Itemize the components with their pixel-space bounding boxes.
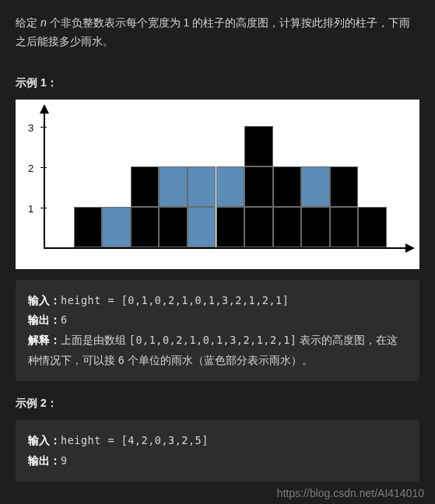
bar-cell [330,166,359,207]
bar-cell [244,166,273,207]
desc-text: 给定 [16,16,40,29]
example2-block: 输入：height = [4,2,0,3,2,5] 输出：9 [16,420,419,481]
bar-cell [273,166,302,207]
bar-cell [131,207,160,247]
example2-heading: 示例 2： [16,397,419,411]
input-value: height = [4,2,0,3,2,5] [61,434,209,446]
bar-cell [74,207,103,247]
bar-cell [131,166,160,207]
desc-text-2: 个非负整数表示每个宽度为 1 的柱子的高度图，计算按此排列的柱子，下雨之后能接多… [16,16,410,47]
output-label: 输出： [28,455,61,467]
bar-cell [244,207,273,247]
example1-block: 输入：height = [0,1,0,2,1,0,1,3,2,1,2,1] 输出… [16,280,419,382]
bar-cell [159,207,188,247]
y-tick-2: 2 [28,163,33,174]
example1-output-line: 输出：6 [28,310,407,331]
bar-cell [301,207,330,247]
explain-text-3: 个单位的雨水（蓝色部分表示雨水）。 [125,355,313,366]
explain-label: 解释： [28,334,61,346]
water-cell [159,166,188,207]
example1-input-line: 输入：height = [0,1,0,2,1,0,1,3,2,1,2,1] [28,291,407,311]
x-axis [44,247,409,249]
bar-cell [358,207,387,247]
y-tick-1: 1 [28,203,33,215]
chart-grid [45,126,387,247]
explain-text: 上面是由数组 [61,334,129,346]
water-cell [301,166,330,207]
example2-input-line: 输入：height = [4,2,0,3,2,5] [28,431,407,451]
variable-n: n [40,16,47,29]
water-cell [188,207,216,247]
example2-output-line: 输出：9 [28,451,407,471]
problem-description: 给定 n 个非负整数表示每个宽度为 1 的柱子的高度图，计算按此排列的柱子，下雨… [16,14,419,51]
bar-cell [273,207,302,247]
input-label: 输入： [28,295,61,306]
output-label: 输出： [28,314,61,326]
watermark: https://blog.csdn.net/AI414010 [277,487,424,499]
water-cell [188,166,216,207]
example1-heading: 示例 1： [16,76,419,90]
x-axis-arrow-icon [405,243,415,253]
water-cell [216,166,245,207]
example1-explain-line: 解释：上面是由数组 [0,1,0,2,1,0,1,3,2,1,2,1] 表示的高… [28,331,407,370]
y-tick-3: 3 [28,122,33,134]
output-value: 6 [61,313,68,326]
output-value: 9 [61,454,68,467]
water-cell [102,207,131,247]
explain-array: [0,1,0,2,1,0,1,3,2,1,2,1] [129,334,297,346]
bar-cell [216,207,245,247]
input-label: 输入： [28,435,61,446]
rainwater-chart: 1 2 3 [20,104,415,266]
bar-cell [244,126,273,166]
bar-cell [330,207,359,247]
input-value: height = [0,1,0,2,1,0,1,3,2,1,2,1] [61,294,289,306]
chart-container: 1 2 3 [16,100,419,269]
